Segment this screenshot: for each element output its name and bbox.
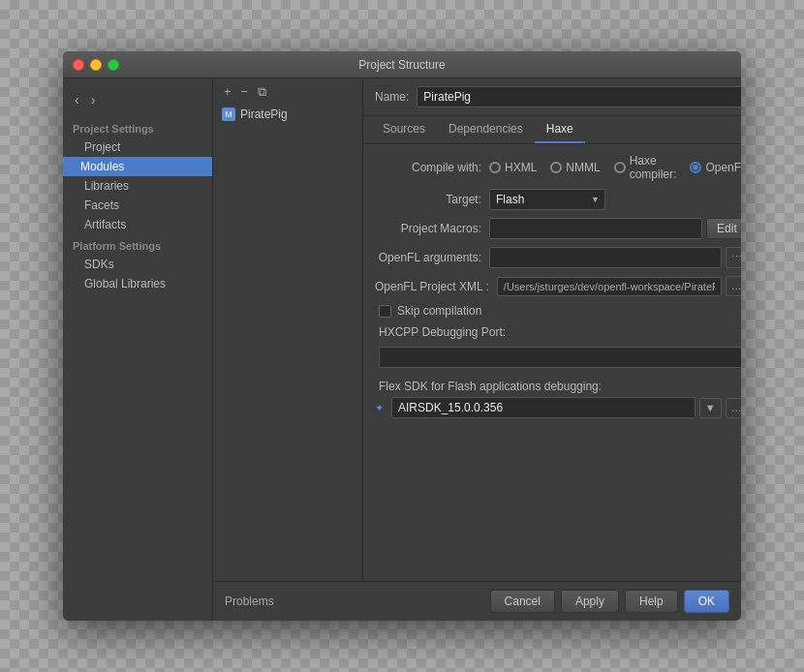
sidebar-item-artifacts[interactable]: Artifacts <box>63 215 212 234</box>
flex-sdk-section: Flex SDK for Flash applications debuggin… <box>375 380 741 418</box>
flex-sdk-row: ✦ AIRSDK_15.0.0.356 ▼ … <box>375 397 741 418</box>
openfl-xml-input[interactable] <box>497 277 722 296</box>
main-content: ‹ › Project Settings Project Modules Lib… <box>63 78 741 621</box>
close-button[interactable] <box>73 59 84 71</box>
sidebar-item-global-libraries[interactable]: Global Libraries <box>63 274 212 293</box>
target-row: Target: Flash HTML5 Neko Windows ▼ <box>375 189 741 210</box>
openfl-args-label: OpenFL arguments: <box>375 251 481 264</box>
sidebar-nav-buttons: ‹ › <box>63 86 212 117</box>
help-button[interactable]: Help <box>625 590 678 613</box>
radio-nmml[interactable]: NMML <box>550 161 600 174</box>
flex-sdk-dropdown-button[interactable]: ▼ <box>699 398 722 418</box>
bottom-buttons: Cancel Apply Help OK <box>490 590 729 613</box>
tab-bar: Sources Dependencies Haxe <box>363 116 741 144</box>
radio-hxml[interactable]: HXML <box>489 161 537 174</box>
openfl-args-row: OpenFL arguments: ⋯ <box>375 247 741 268</box>
openfl-xml-row: OpenFL Project XML : … <box>375 276 741 296</box>
radio-openfl-circle <box>690 162 701 173</box>
debug-port-input-row <box>375 347 741 376</box>
maximize-button[interactable] <box>108 59 119 71</box>
radio-haxe-compiler[interactable]: Haxe compiler: <box>614 154 677 181</box>
skip-compilation-checkbox[interactable] <box>379 305 391 318</box>
flex-sdk-browse-button[interactable]: … <box>726 398 741 418</box>
edit-button[interactable]: Edit <box>706 218 741 239</box>
nav-forward-button[interactable]: › <box>87 90 100 109</box>
platform-settings-label: Platform Settings <box>63 234 212 255</box>
ok-button[interactable]: OK <box>684 590 729 613</box>
radio-haxe-compiler-circle <box>614 162 626 173</box>
name-label: Name: <box>375 90 409 104</box>
radio-haxe-compiler-label: Haxe compiler: <box>630 154 677 181</box>
module-tree: + − ⧉ M PiratePig <box>213 78 363 581</box>
flex-sdk-label: Flex SDK for Flash applications debuggin… <box>375 380 741 393</box>
debug-port-row: HXCPP Debugging Port: <box>375 325 741 339</box>
traffic-lights <box>73 59 119 71</box>
tab-dependencies[interactable]: Dependencies <box>437 116 535 143</box>
target-select-wrap: Flash HTML5 Neko Windows ▼ <box>489 189 605 210</box>
sidebar-item-facets[interactable]: Facets <box>63 196 212 215</box>
project-macros-input-wrap: Edit <box>489 218 741 239</box>
project-settings-label: Project Settings <box>63 117 212 137</box>
flex-sdk-icon: ✦ <box>375 402 384 414</box>
layout-inner: + − ⧉ M PiratePig Name: <box>213 78 741 581</box>
tab-sources[interactable]: Sources <box>371 116 437 143</box>
target-select[interactable]: Flash HTML5 Neko Windows <box>489 189 605 210</box>
name-row: Name: <box>363 78 741 116</box>
problems-link[interactable]: Problems <box>225 595 274 608</box>
haxe-panel: Compile with: HXML NMML <box>363 144 741 581</box>
skip-compilation-row: Skip compilation <box>375 304 741 318</box>
tree-copy-button[interactable]: ⧉ <box>255 84 269 99</box>
module-name-input[interactable] <box>417 86 741 107</box>
project-macros-label: Project Macros: <box>375 222 481 235</box>
compile-with-row: Compile with: HXML NMML <box>375 154 741 181</box>
project-macros-input[interactable] <box>489 218 702 239</box>
radio-nmml-label: NMML <box>566 161 600 174</box>
sidebar-item-project[interactable]: Project <box>63 137 212 157</box>
apply-button[interactable]: Apply <box>561 590 619 613</box>
radio-nmml-circle <box>550 162 562 173</box>
skip-compilation-label: Skip compilation <box>397 304 481 318</box>
bottom-left: Problems <box>225 595 274 608</box>
radio-openfl[interactable]: OpenFL <box>690 161 741 174</box>
sidebar-item-sdks[interactable]: SDKs <box>63 255 212 274</box>
bottom-bar: Problems Cancel Apply Help OK <box>213 581 741 621</box>
tree-remove-button[interactable]: − <box>238 84 252 99</box>
tree-add-button[interactable]: + <box>221 84 234 99</box>
tree-item-pirategig[interactable]: M PiratePig <box>217 105 358 124</box>
radio-hxml-circle <box>489 162 501 173</box>
openfl-xml-label: OpenFL Project XML : <box>375 280 489 293</box>
radio-hxml-label: HXML <box>505 161 537 174</box>
module-icon: M <box>222 107 235 121</box>
titlebar: Project Structure <box>63 51 741 78</box>
sidebar-item-modules[interactable]: Modules <box>63 157 212 176</box>
project-macros-row: Project Macros: Edit <box>375 218 741 239</box>
compile-options: HXML NMML Haxe compiler: <box>489 154 741 181</box>
sidebar-item-libraries[interactable]: Libraries <box>63 176 212 196</box>
project-structure-window: Project Structure ‹ › Project Settings P… <box>63 51 741 621</box>
window-title: Project Structure <box>358 58 445 72</box>
openfl-xml-browse-button[interactable]: … <box>726 276 741 296</box>
minimize-button[interactable] <box>90 59 102 71</box>
content-area: Name: Sources Dependencies Haxe <box>363 78 741 581</box>
debug-port-input[interactable] <box>379 347 741 368</box>
openfl-args-input[interactable] <box>489 247 722 268</box>
tab-haxe[interactable]: Haxe <box>535 116 585 143</box>
debug-port-label: HXCPP Debugging Port: <box>375 325 506 339</box>
tree-item-label: PiratePig <box>240 107 288 121</box>
compile-with-label: Compile with: <box>375 161 481 174</box>
sidebar: ‹ › Project Settings Project Modules Lib… <box>63 78 213 621</box>
tree-toolbar: + − ⧉ <box>217 82 358 101</box>
nav-back-button[interactable]: ‹ <box>71 90 83 109</box>
radio-openfl-label: OpenFL <box>705 161 741 174</box>
flex-sdk-select[interactable]: AIRSDK_15.0.0.356 <box>391 397 696 418</box>
target-label: Target: <box>375 193 481 206</box>
openfl-args-browse-button[interactable]: ⋯ <box>726 247 741 267</box>
openfl-xml-input-wrap: … <box>497 276 741 296</box>
cancel-button[interactable]: Cancel <box>490 590 555 613</box>
openfl-args-input-wrap: ⋯ <box>489 247 741 268</box>
